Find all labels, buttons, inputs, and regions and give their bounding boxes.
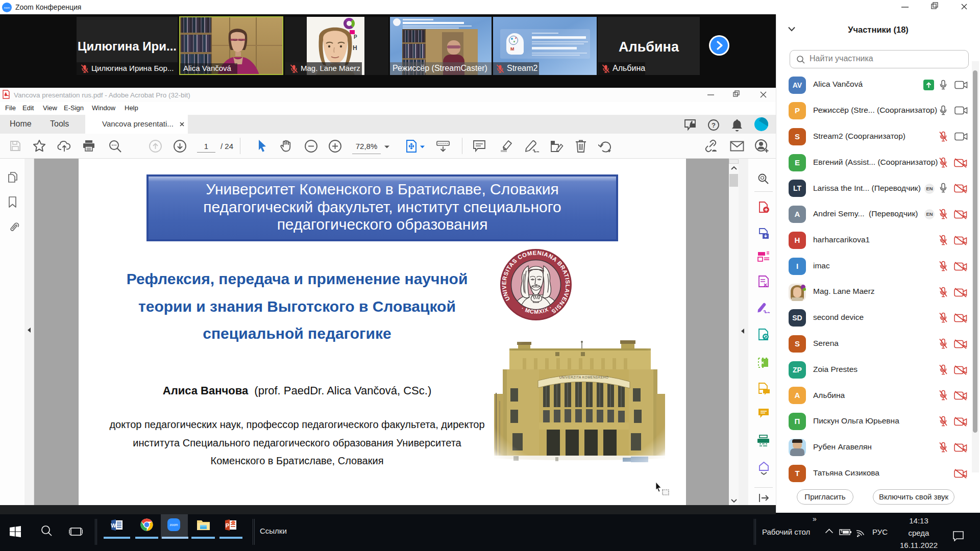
svg-text:W: W [111,522,116,529]
svg-text:?: ? [712,121,716,129]
svg-text:P: P [226,522,229,529]
